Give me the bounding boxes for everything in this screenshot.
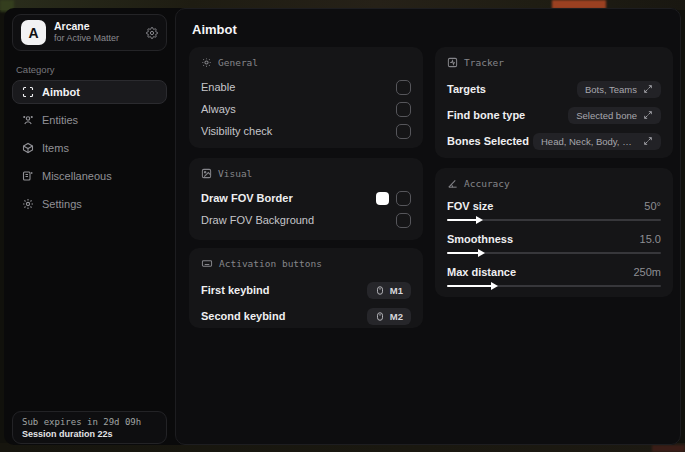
accuracy-panel-title: Accuracy [464, 178, 510, 189]
session-duration-text: Session duration 22s [22, 429, 157, 439]
setting-label: FOV size [447, 200, 493, 212]
activation-panel-header: Activation buttons [201, 258, 411, 269]
game-background-red-patch [652, 445, 685, 452]
expand-icon [643, 136, 653, 146]
general-panel-header: General [201, 57, 411, 68]
setting-row-first-keybind: First keybind M1 [201, 277, 411, 303]
category-nav: Aimbot Entities Items [12, 80, 167, 220]
setting-label: First keybind [201, 284, 269, 296]
cube-icon [22, 142, 34, 154]
setting-label: Visibility check [201, 125, 272, 137]
setting-row-visibility-check: Visibility check [201, 120, 411, 142]
fov-size-slider[interactable] [447, 219, 661, 221]
setting-row-draw-fov-background: Draw FOV Background [201, 209, 411, 231]
setting-label: Find bone type [447, 109, 525, 121]
expand-icon [643, 84, 653, 94]
dropdown-value: Bots, Teams [585, 84, 637, 95]
activity-icon [447, 57, 458, 68]
mouse-icon [375, 311, 385, 322]
setting-label: Targets [447, 83, 486, 95]
category-section-label: Category [16, 64, 55, 75]
sidebar-item-miscellaneous[interactable]: Miscellaneous [12, 164, 167, 188]
dropdown-value: Selected bone [576, 110, 637, 121]
accuracy-panel-header: Accuracy [447, 178, 661, 189]
fov-border-controls [376, 191, 411, 206]
main-panel: Aimbot General Enable Always [175, 8, 681, 445]
slider-fill [447, 219, 477, 221]
first-keybind-button[interactable]: M1 [367, 282, 411, 299]
activation-panel-title: Activation buttons [219, 258, 322, 269]
sidebar-item-items[interactable]: Items [12, 136, 167, 160]
keybind-value: M2 [390, 311, 403, 322]
sidebar-item-label: Miscellaneous [42, 170, 112, 182]
tracker-panel: Tracker Targets Bots, Teams Find bone ty… [435, 47, 673, 158]
setting-row-find-bone-type: Find bone type Selected bone [447, 102, 661, 128]
slider-value: 250m [633, 266, 661, 278]
tracker-panel-header: Tracker [447, 57, 661, 68]
tracker-panel-title: Tracker [464, 57, 504, 68]
slider-value: 15.0 [640, 233, 661, 245]
accuracy-panel: Accuracy FOV size 50° Smoothness 15.0 [435, 168, 673, 297]
expand-icon [643, 110, 653, 120]
keybind-value: M1 [390, 285, 403, 296]
visual-panel-title: Visual [218, 168, 252, 179]
sub-expiry-text: Sub expires in 29d 09h [22, 417, 157, 427]
fov-size-slider-group: FOV size 50° [447, 197, 661, 221]
gear-icon[interactable] [146, 27, 158, 39]
sidebar-item-entities[interactable]: Entities [12, 108, 167, 132]
find-bone-type-dropdown[interactable]: Selected bone [568, 107, 661, 124]
app-logo: A [21, 20, 46, 45]
draw-fov-background-checkbox[interactable] [396, 213, 411, 228]
slider-fill [447, 252, 479, 254]
setting-label: Max distance [447, 266, 516, 278]
setting-row-bones-selected: Bones Selected Head, Neck, Body, Pe… [447, 128, 661, 154]
max-distance-slider-group: Max distance 250m [447, 263, 661, 287]
slider-value: 50° [644, 200, 661, 212]
second-keybind-button[interactable]: M2 [367, 308, 411, 325]
smoothness-slider-group: Smoothness 15.0 [447, 230, 661, 254]
visual-panel-header: Visual [201, 168, 411, 179]
sliders-icon [201, 57, 212, 68]
setting-row-enable: Enable [201, 76, 411, 98]
sidebar: A Arcane for Active Matter Category [4, 8, 175, 445]
activation-buttons-panel: Activation buttons First keybind M1 Seco… [189, 248, 423, 328]
setting-row-targets: Targets Bots, Teams [447, 76, 661, 102]
sidebar-item-label: Entities [42, 114, 78, 126]
subscription-status-card: Sub expires in 29d 09h Session duration … [12, 411, 167, 444]
page-title: Aimbot [192, 22, 237, 37]
always-checkbox[interactable] [396, 102, 411, 117]
sidebar-item-label: Settings [42, 198, 82, 210]
slider-fill [447, 285, 492, 287]
app-header-card: A Arcane for Active Matter [12, 14, 167, 51]
misc-window-icon [22, 170, 34, 182]
setting-label: Smoothness [447, 233, 513, 245]
setting-label: Always [201, 103, 236, 115]
dropdown-value: Head, Neck, Body, Pe… [541, 136, 637, 147]
sidebar-item-aimbot[interactable]: Aimbot [12, 80, 167, 104]
enable-checkbox[interactable] [396, 80, 411, 95]
draw-fov-border-checkbox[interactable] [396, 191, 411, 206]
scan-crosshair-icon [22, 86, 34, 98]
sidebar-item-label: Aimbot [42, 86, 80, 98]
targets-dropdown[interactable]: Bots, Teams [577, 81, 661, 98]
setting-row-second-keybind: Second keybind M2 [201, 303, 411, 329]
bones-selected-dropdown[interactable]: Head, Neck, Body, Pe… [533, 133, 661, 150]
fov-border-color-swatch[interactable] [376, 192, 389, 205]
setting-label: Second keybind [201, 310, 285, 322]
max-distance-slider[interactable] [447, 285, 661, 287]
setting-label: Draw FOV Background [201, 214, 314, 226]
setting-row-always: Always [201, 98, 411, 120]
general-panel-title: General [218, 57, 258, 68]
app-title-block: Arcane for Active Matter [54, 20, 138, 44]
general-panel: General Enable Always Visibility check [189, 47, 423, 148]
sidebar-item-label: Items [42, 142, 69, 154]
cheat-menu-window: A Arcane for Active Matter Category [4, 8, 681, 445]
visibility-check-checkbox[interactable] [396, 124, 411, 139]
sidebar-item-settings[interactable]: Settings [12, 192, 167, 216]
smoothness-slider[interactable] [447, 252, 661, 254]
gear-icon [22, 198, 34, 210]
setting-label: Draw FOV Border [201, 192, 293, 204]
angle-icon [447, 178, 458, 189]
setting-label: Enable [201, 81, 235, 93]
app-name: Arcane [54, 20, 138, 33]
